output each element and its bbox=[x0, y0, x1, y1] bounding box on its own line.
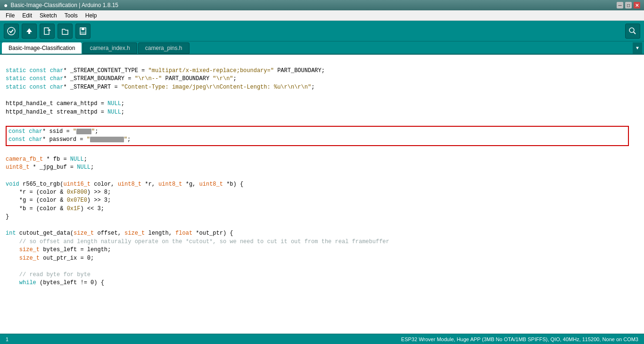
code-line-ssid: const char* ssid = " "; bbox=[8, 128, 626, 136]
app-window: ● Basic-Image-Classification | Arduino 1… bbox=[0, 0, 644, 344]
app-icon: ● bbox=[4, 1, 8, 9]
code-line-6: camera_fb_t * fb = NULL; bbox=[6, 156, 638, 164]
search-button[interactable] bbox=[625, 24, 640, 39]
close-button[interactable]: ✕ bbox=[634, 2, 640, 8]
svg-point-8 bbox=[629, 28, 634, 33]
svg-rect-6 bbox=[82, 28, 84, 30]
menu-help[interactable]: Help bbox=[82, 11, 101, 20]
code-line-9: *r = (color & 0xF800) >> 8; bbox=[6, 188, 638, 197]
code-line-15: size_t bytes_left = length; bbox=[6, 246, 638, 254]
code-line-18: while (bytes_left != 0) { bbox=[6, 279, 638, 287]
title-bar-left: ● Basic-Image-Classification | Arduino 1… bbox=[4, 1, 118, 9]
code-line-13: int cutout_get_data(size_t offset, size_… bbox=[6, 229, 638, 238]
title-bar: ● Basic-Image-Classification | Arduino 1… bbox=[0, 0, 644, 10]
blank-line-7 bbox=[6, 262, 638, 271]
save-button[interactable] bbox=[75, 24, 91, 39]
blank-line bbox=[6, 58, 638, 67]
status-board-info: ESP32 Wrover Module, Huge APP (3MB No OT… bbox=[401, 336, 638, 342]
menu-tools[interactable]: Tools bbox=[61, 11, 82, 20]
menu-bar: File Edit Sketch Tools Help bbox=[0, 10, 644, 21]
code-line-11: *b = (color & 0x1F) << 3; bbox=[6, 205, 638, 213]
tab-camera-index[interactable]: camera_index.h bbox=[83, 42, 137, 54]
toolbar bbox=[0, 21, 644, 41]
code-editor[interactable]: static const char* _STREAM_CONTENT_TYPE … bbox=[0, 55, 644, 344]
code-line-17: // read byte for byte bbox=[6, 271, 638, 279]
svg-rect-7 bbox=[81, 32, 85, 34]
code-line-password: const char* password = " "; bbox=[8, 136, 626, 144]
code-line-16: size_t out_ptr_ix = 0; bbox=[6, 254, 638, 262]
svg-point-0 bbox=[8, 27, 15, 35]
svg-line-9 bbox=[634, 32, 636, 34]
credential-highlight-box: const char* ssid = " "; const char* pass… bbox=[6, 126, 629, 146]
upload-button[interactable] bbox=[22, 24, 37, 39]
tab-camera-pins[interactable]: camera_pins.h bbox=[138, 42, 190, 54]
code-line-5: httpd_handle_t stream_httpd = NULL; bbox=[6, 108, 638, 116]
status-bar: 1 ESP32 Wrover Module, Huge APP (3MB No … bbox=[0, 334, 644, 344]
code-line-12: } bbox=[6, 213, 638, 221]
menu-sketch[interactable]: Sketch bbox=[36, 11, 61, 20]
blank-line-3 bbox=[6, 116, 638, 125]
svg-marker-1 bbox=[26, 28, 32, 32]
code-line-7: uint8_t * _jpg_buf = NULL; bbox=[6, 164, 638, 172]
menu-file[interactable]: File bbox=[2, 11, 18, 20]
status-line-number: 1 bbox=[6, 336, 8, 342]
new-button[interactable] bbox=[40, 24, 55, 39]
maximize-button[interactable]: □ bbox=[625, 2, 632, 8]
blank-line-6 bbox=[6, 221, 638, 229]
menu-edit[interactable]: Edit bbox=[18, 11, 36, 20]
blank-line-2 bbox=[6, 91, 638, 100]
blank-line-5 bbox=[6, 172, 638, 180]
verify-button[interactable] bbox=[4, 24, 19, 39]
code-line-8: void r565_to_rgb(uint16_t color, uint8_t… bbox=[6, 180, 638, 188]
tabs-bar: Basic-Image-Classification camera_index.… bbox=[0, 41, 644, 55]
code-line-2: static const char* _STREAM_BOUNDARY = "\… bbox=[6, 75, 638, 83]
code-line-10: *g = (color & 0x07E0) >> 3; bbox=[6, 197, 638, 205]
code-line-14: // so offset and length naturally operat… bbox=[6, 238, 638, 246]
code-line-3: static const char* _STREAM_PART = "Conte… bbox=[6, 83, 638, 91]
tabs-dropdown-button[interactable]: ▼ bbox=[633, 42, 642, 54]
tab-main[interactable]: Basic-Image-Classification bbox=[2, 42, 82, 54]
code-line-1: static const char* _STREAM_CONTENT_TYPE … bbox=[6, 67, 638, 75]
title-bar-controls: ─ □ ✕ bbox=[617, 2, 640, 8]
minimize-button[interactable]: ─ bbox=[617, 2, 623, 8]
svg-rect-2 bbox=[28, 32, 30, 34]
window-title: Basic-Image-Classification | Arduino 1.8… bbox=[10, 2, 118, 8]
blank-line-4 bbox=[6, 147, 638, 156]
open-button[interactable] bbox=[58, 24, 73, 39]
code-line-4: httpd_handle_t camera_httpd = NULL; bbox=[6, 100, 638, 108]
